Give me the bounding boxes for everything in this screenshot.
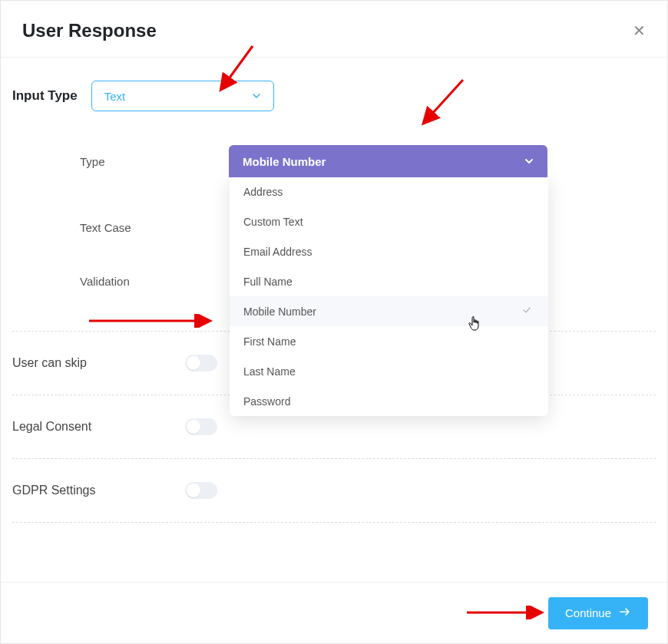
type-dropdown-list: Address Custom Text Email Address Full N… — [230, 177, 548, 416]
dropdown-option-label: Custom Text — [243, 216, 303, 228]
legal-consent-toggle[interactable] — [185, 418, 217, 435]
check-icon — [522, 305, 531, 317]
legal-consent-label: Legal Consent — [12, 420, 185, 434]
user-can-skip-toggle[interactable] — [185, 355, 217, 372]
dropdown-option-full-name[interactable]: Full Name — [230, 266, 548, 296]
gdpr-settings-toggle[interactable] — [185, 482, 217, 499]
input-type-label: Input Type — [12, 88, 78, 104]
dropdown-option-label: Password — [243, 395, 290, 408]
dropdown-option-label: Full Name — [243, 276, 293, 288]
dropdown-option-label: Address — [243, 186, 283, 198]
dropdown-option-last-name[interactable]: Last Name — [230, 356, 548, 386]
arrow-right-icon — [619, 606, 631, 620]
chevron-down-icon — [252, 91, 261, 101]
type-label: Type — [80, 155, 229, 168]
user-can-skip-label: User can skip — [12, 356, 185, 370]
gdpr-settings-label: GDPR Settings — [12, 484, 185, 497]
input-type-value: Text — [104, 90, 126, 103]
text-case-label: Text Case — [80, 221, 229, 234]
validation-label: Validation — [80, 275, 229, 288]
dropdown-option-email-address[interactable]: Email Address — [230, 236, 548, 266]
chevron-down-icon — [524, 155, 534, 168]
dropdown-option-label: Email Address — [243, 246, 312, 258]
dropdown-option-custom-text[interactable]: Custom Text — [230, 206, 548, 236]
dropdown-option-label: Last Name — [243, 365, 296, 378]
dropdown-option-mobile-number[interactable]: Mobile Number — [230, 296, 548, 326]
continue-label: Continue — [565, 606, 611, 619]
dropdown-option-label: Mobile Number — [243, 305, 316, 318]
continue-button[interactable]: Continue — [548, 597, 648, 629]
dropdown-option-password[interactable]: Password — [230, 386, 548, 416]
dropdown-option-first-name[interactable]: First Name — [230, 326, 548, 356]
close-button[interactable]: ✕ — [633, 23, 646, 38]
page-title: User Response — [22, 20, 157, 41]
dropdown-option-label: First Name — [243, 335, 296, 348]
annotation-arrow-icon — [85, 314, 216, 328]
close-icon: ✕ — [633, 22, 646, 39]
type-value: Mobile Number — [243, 155, 326, 168]
type-select[interactable]: Mobile Number — [229, 145, 547, 177]
dropdown-option-address[interactable]: Address — [230, 177, 548, 206]
input-type-select[interactable]: Text — [91, 81, 274, 111]
